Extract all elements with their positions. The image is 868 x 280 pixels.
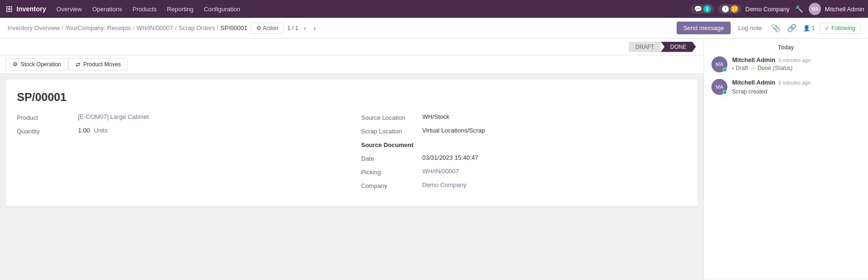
date-label: Date (361, 154, 422, 162)
gear-icon: ⚙ (13, 61, 18, 68)
exchange-icon: ⇄ (76, 61, 80, 68)
chatter-time-1: 3 minutes ago (778, 57, 811, 63)
followers-button[interactable]: 👤 1 (801, 23, 817, 33)
quantity-label: Quantity (17, 127, 78, 135)
picking-field-row: Picking WH/IN/00007 (361, 168, 687, 176)
link-icon[interactable]: 🔗 (785, 22, 798, 34)
send-message-button[interactable]: Send message (677, 22, 731, 34)
source-document-label: Source Document (361, 140, 422, 148)
chatter-time-2: 3 minutes ago (778, 80, 811, 86)
avatar-dot-1 (723, 68, 727, 72)
chatter-today-label: Today (711, 44, 860, 51)
main-layout: DRAFT DONE ⚙ Stock Operation ⇄ Product M… (0, 39, 868, 280)
chatter-content-2: Mitchell Admin 3 minutes ago Scrap creat… (732, 79, 860, 96)
next-arrow[interactable]: › (312, 23, 318, 33)
scrap-location-value: Virtual Locations/Scrap (422, 127, 485, 134)
app-brand[interactable]: Inventory (16, 5, 46, 13)
date-value: 03/31/2023 15:40:47 (422, 154, 478, 161)
activities-badge[interactable]: 🕐 27 (718, 4, 742, 14)
company-name[interactable]: Demo Company (745, 6, 789, 13)
prev-arrow[interactable]: ‹ (302, 23, 308, 33)
nav-configuration[interactable]: Configuration (199, 4, 245, 15)
chatter-sidebar: Today MA Mitchell Admin 3 minutes ago • … (703, 39, 868, 280)
breadcrumb: Inventory Overview / YourCompany: Receip… (8, 24, 247, 31)
breadcrumb-current: SP/00001 (221, 24, 247, 31)
messages-badge[interactable]: 💬 5 (691, 4, 714, 14)
product-label: Product (17, 113, 78, 121)
breadcrumb-bar: Inventory Overview / YourCompany: Receip… (0, 18, 868, 39)
avatar-2: MA (711, 79, 727, 95)
picking-label: Picking (361, 168, 422, 176)
quantity-value[interactable]: 1.00 (78, 127, 90, 134)
chatter-header-1: Mitchell Admin 3 minutes ago (732, 56, 860, 63)
fields-right: Source Location WH/Stock Scrap Location … (361, 113, 687, 195)
company-field-row: Company Demo Company (361, 181, 687, 189)
avatar-dot-2 (723, 90, 727, 94)
chatter-change-1: • Draft → Done (Status) (732, 65, 860, 71)
chatter-message-2: MA Mitchell Admin 3 minutes ago Scrap cr… (711, 79, 860, 96)
activities-count: 27 (731, 5, 738, 13)
record-counter: 1 / 1 (287, 25, 298, 31)
chatter-content-1: Mitchell Admin 3 minutes ago • Draft → D… (732, 56, 860, 72)
source-location-value: WH/Stock (422, 113, 450, 120)
apps-icon[interactable]: ⊞ (4, 2, 15, 16)
status-done[interactable]: DONE (661, 42, 696, 52)
nav-operations[interactable]: Operations (87, 4, 127, 15)
chatter-header-2: Mitchell Admin 3 minutes ago (732, 79, 860, 86)
product-value[interactable]: [E-COM07] Large Cabinet (78, 113, 149, 120)
breadcrumb-wh-in[interactable]: WH/IN/00007 (136, 24, 173, 31)
company-label: Company (361, 181, 422, 189)
change-from-1: Draft (736, 65, 748, 71)
nav-products[interactable]: Products (128, 4, 161, 15)
change-field-1: (Status) (773, 65, 793, 71)
breadcrumb-scrap-orders[interactable]: Scrap Orders (179, 24, 215, 31)
form-fields: Product [E-COM07] Large Cabinet Quantity… (17, 113, 687, 195)
top-nav: ⊞ Inventory Overview Operations Products… (0, 0, 868, 18)
attachment-icon[interactable]: 📎 (769, 22, 782, 34)
content-area: DRAFT DONE ⚙ Stock Operation ⇄ Product M… (0, 39, 703, 280)
breadcrumb-inventory[interactable]: Inventory Overview (8, 24, 60, 31)
avatar-1: MA (711, 56, 727, 72)
quantity-field-row: Quantity 1.00 Units (17, 127, 342, 135)
source-location-field-row: Source Location WH/Stock (361, 113, 687, 121)
chatter-text-2: Scrap created (732, 87, 860, 96)
record-title: SP/00001 (17, 91, 687, 104)
messages-count: 5 (703, 5, 711, 13)
settings-icon[interactable]: 🔧 (793, 3, 805, 15)
company-value[interactable]: Demo Company (422, 181, 466, 188)
form-toolbar: ⚙ Stock Operation ⇄ Product Moves (0, 55, 703, 74)
chatter-author-2: Mitchell Admin (732, 79, 775, 86)
scrap-location-label: Scrap Location (361, 127, 422, 135)
form-card: SP/00001 Product [E-COM07] Large Cabinet… (6, 79, 698, 206)
status-bar: DRAFT DONE (0, 39, 703, 55)
nav-reporting[interactable]: Reporting (162, 4, 198, 15)
nav-right: 💬 5 🕐 27 Demo Company 🔧 MA Mitchell Admi… (691, 3, 864, 15)
source-document-field-row: Source Document (361, 140, 687, 148)
nav-menu: Overview Operations Products Reporting C… (52, 4, 245, 15)
status-draft[interactable]: DRAFT (629, 42, 661, 52)
picking-value[interactable]: WH/IN/00007 (422, 168, 459, 175)
action-button[interactable]: ⚙ Action (251, 23, 284, 34)
product-field-row: Product [E-COM07] Large Cabinet (17, 113, 342, 121)
change-to-1: Done (758, 65, 771, 71)
scrap-location-field-row: Scrap Location Virtual Locations/Scrap (361, 127, 687, 135)
change-arrow-1: → (750, 65, 756, 71)
quantity-unit[interactable]: Units (94, 127, 108, 134)
source-location-label: Source Location (361, 113, 422, 121)
chatter-author-1: Mitchell Admin (732, 56, 775, 63)
breadcrumb-receipts[interactable]: YourCompany: Receipts (65, 24, 131, 31)
log-note-button[interactable]: Log note (734, 22, 767, 34)
following-button[interactable]: ✓ Following (820, 23, 860, 34)
user-name[interactable]: Mitchell Admin (825, 6, 864, 13)
fields-left: Product [E-COM07] Large Cabinet Quantity… (17, 113, 342, 195)
avatar[interactable]: MA (809, 3, 821, 15)
nav-overview[interactable]: Overview (52, 4, 87, 15)
stock-operation-button[interactable]: ⚙ Stock Operation (6, 58, 68, 70)
check-icon: ✓ (825, 25, 829, 31)
product-moves-button[interactable]: ⇄ Product Moves (69, 58, 128, 70)
date-field-row: Date 03/31/2023 15:40:47 (361, 154, 687, 162)
chatter-message-1: MA Mitchell Admin 3 minutes ago • Draft … (711, 56, 860, 72)
